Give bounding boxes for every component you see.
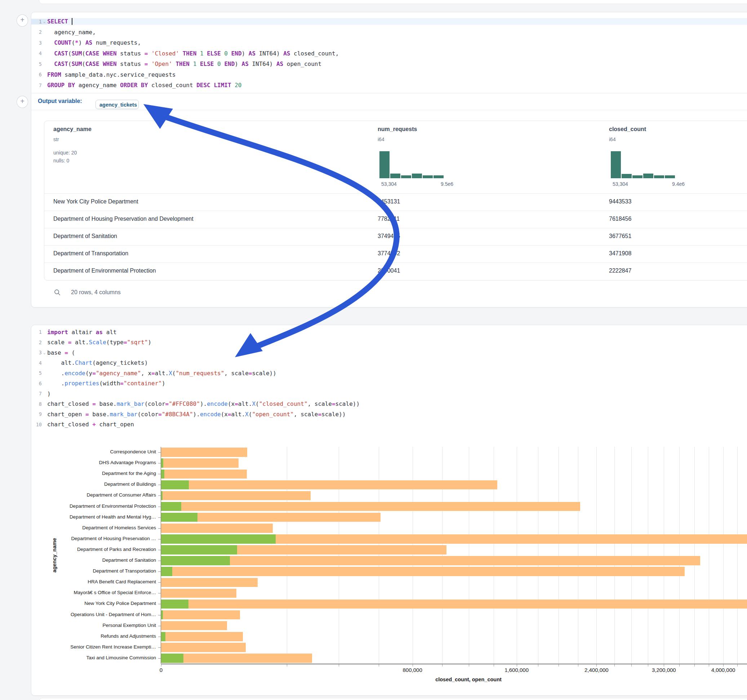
code-token: alt. [47,359,75,366]
code-line[interactable]: 8chart_closed = base.mark_bar(color="#FF… [31,399,747,409]
code-token: "container" [124,380,162,387]
code-token: CASE [85,50,100,57]
code-line[interactable]: 7GROUP BY agency_name ORDER BY closed_co… [31,80,747,91]
line-gutter: 5 [31,370,47,376]
line-gutter: 9 [31,411,47,417]
y-axis-label: Personal Exemption Unit [41,623,156,629]
column-histogram [611,151,676,178]
chart-gridline [614,447,615,664]
histogram-max-label: 9.5e6 [414,181,453,188]
code-token [231,82,235,89]
table-cell: Department of Transportation [53,250,378,258]
code-line[interactable]: 6FROM sample_data.nyc.service_requests [31,69,747,80]
histogram-bar [390,173,400,178]
closed-count-bar [161,589,236,598]
code-token: = [68,339,72,345]
code-token: = [228,411,231,418]
y-axis-tick [158,517,161,518]
code-text: alt.Chart(agency_tickets) [47,359,747,366]
code-token: . [47,380,65,387]
y-axis-tick [158,658,161,659]
sql-editor[interactable]: 1⌄SELECT 2 agency_name,3 COUNT(*) AS num… [31,16,747,91]
code-token: , scale [294,411,318,418]
code-line[interactable]: 1import altair as alt [31,327,747,337]
chart-gridline [723,447,724,664]
y-axis-tick [158,528,161,529]
y-axis-tick [158,561,161,561]
code-token: base. [89,411,110,418]
x-axis-tick [287,664,287,667]
text-cursor [72,18,73,25]
open-count-bar [161,502,181,511]
code-token: alt. [155,370,169,377]
y-axis-label: DHS Advantage Programs [41,460,156,466]
x-axis-tick [723,664,724,667]
code-line[interactable]: 6 .properties(width="container") [31,379,747,389]
code-token: * [75,39,79,46]
y-axis-tick [158,550,161,550]
code-token [221,50,224,57]
code-token: alt [103,329,117,336]
x-axis-tick [442,664,443,667]
line-number: 7 [39,83,42,88]
x-axis-tick [517,664,517,667]
code-line[interactable]: 3 COUNT(*) AS num_requests, [31,38,747,48]
code-token: "closed_count" [259,400,308,407]
output-variable-badge[interactable]: agency_tickets [95,100,139,109]
code-token: CASE [85,60,100,67]
code-text: .encode(y="agency_name", x=alt.X("num_re… [47,370,747,377]
code-token: properties [65,380,99,387]
code-token: AS [85,39,92,46]
code-token [100,60,103,67]
code-line[interactable]: 4 CAST(SUM(CASE WHEN status = 'Closed' T… [31,48,747,59]
code-token: encode [200,411,221,418]
x-axis-tick [538,664,538,667]
code-token [214,60,217,67]
code-token: 0 [217,60,221,67]
code-token: "sqrt" [127,339,148,345]
code-line[interactable]: 10chart_closed + chart_open [31,419,747,430]
table-cell: Department of Housing Preservation and D… [53,216,378,223]
y-axis-label: Department of Health and Mental Hyg… [41,514,156,520]
code-line[interactable]: 5 .encode(y="agency_name", x=alt.X("num_… [31,368,747,379]
chart-gridline [442,447,443,664]
search-icon[interactable] [54,289,60,296]
add-cell-button-top[interactable]: + [17,14,28,27]
chart-gridline [596,447,597,664]
code-line[interactable]: 5 CAST(SUM(CASE WHEN status = 'Open' THE… [31,59,747,69]
code-token: = [151,370,155,377]
code-token: (color [137,411,158,418]
y-axis-title-text: agency_name [51,538,57,573]
line-number: 5 [39,61,42,67]
code-text: GROUP BY agency_name ORDER BY closed_cou… [47,82,747,89]
python-editor[interactable]: 1import altair as alt2scale = alt.Scale(… [31,327,747,430]
code-line[interactable]: 2 agency_name, [31,27,747,38]
code-token: X [252,400,256,407]
table-row-separator [44,262,747,263]
closed-count-bar [161,621,227,631]
code-token: encode [65,370,85,377]
code-token: Scale [89,339,106,345]
code-line[interactable]: 7) [31,389,747,399]
code-line[interactable]: 2scale = alt.Scale(type="sqrt") [31,337,747,348]
code-token: ORDER BY [120,82,148,89]
code-line[interactable]: 9chart_open = base.mark_bar(color="#8BC3… [31,409,747,419]
code-token: = [332,400,336,407]
code-line[interactable]: 3⌄base = ( [31,347,747,358]
code-line[interactable]: 1⌄SELECT [31,16,747,27]
x-axis-tick [339,664,339,667]
table-cell: 3471908 [609,250,747,258]
line-number: 3 [39,350,42,355]
line-number: 1 [39,19,42,24]
x-axis-tick [709,664,709,667]
code-token: WHEN [103,60,117,67]
chart-gridline [648,447,648,664]
closed-count-bar [161,459,239,468]
closed-count-bar [161,567,685,576]
closed-count-bar [161,578,258,587]
histogram-bar [654,175,664,178]
add-cell-button-middle[interactable]: + [17,96,28,108]
code-token: scale)) [252,370,276,377]
closed-count-bar [161,469,247,479]
code-line[interactable]: 4 alt.Chart(agency_tickets) [31,358,747,368]
